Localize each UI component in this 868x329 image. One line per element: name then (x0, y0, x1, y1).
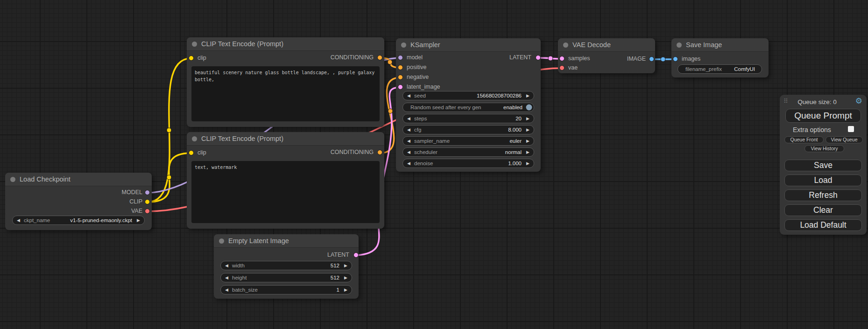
node-title-bar[interactable]: CLIP Text Encode (Prompt) (187, 37, 384, 51)
node-graph-canvas[interactable]: Load Checkpoint MODEL CLIP VAE ◀ ckpt_na… (0, 0, 868, 329)
latent-output-dot[interactable] (353, 252, 359, 258)
save-button[interactable]: Save (784, 160, 862, 171)
node-ksampler[interactable]: KSampler model positive negative latent_… (396, 38, 541, 172)
samples-input-dot[interactable] (559, 56, 565, 62)
load-button[interactable]: Load (784, 175, 862, 186)
node-title-bar[interactable]: KSampler (396, 38, 541, 52)
cfg-stepper[interactable]: ◀ cfg 8.000 ▶ (402, 125, 534, 134)
toggle-knob-icon[interactable] (526, 104, 532, 111)
increment-arrow-icon[interactable]: ▶ (526, 126, 529, 134)
increment-arrow-icon[interactable]: ▶ (526, 114, 529, 123)
denoise-stepper[interactable]: ◀ denoise 1.000 ▶ (402, 159, 534, 168)
load-default-button[interactable]: Load Default (784, 219, 862, 231)
next-value-arrow-icon[interactable]: ▶ (526, 137, 529, 145)
queue-size-label: Queue size: 0 (780, 98, 854, 105)
collapse-dot-icon[interactable] (563, 42, 568, 48)
decrement-arrow-icon[interactable]: ◀ (407, 126, 410, 134)
collapse-dot-icon[interactable] (10, 177, 15, 182)
link-dot[interactable] (548, 56, 553, 61)
conditioning-output-dot[interactable] (377, 55, 383, 61)
node-clip-text-encode-negative[interactable]: CLIP Text Encode (Prompt) clip CONDITION… (187, 132, 384, 229)
decrement-arrow-icon[interactable]: ◀ (407, 114, 410, 123)
input-slot-clip: clip (188, 150, 244, 156)
vae-output-dot[interactable] (144, 208, 150, 214)
collapse-dot-icon[interactable] (192, 42, 197, 47)
extra-options-checkbox[interactable] (848, 126, 854, 132)
increment-arrow-icon[interactable]: ▶ (344, 261, 347, 270)
decrement-arrow-icon[interactable]: ◀ (407, 159, 410, 168)
view-history-button[interactable]: View History (804, 145, 844, 152)
height-stepper[interactable]: ◀ height 512 ▶ (220, 273, 352, 282)
decrement-arrow-icon[interactable]: ◀ (225, 273, 228, 282)
prev-value-arrow-icon[interactable]: ◀ (17, 216, 20, 224)
increment-arrow-icon[interactable]: ▶ (526, 159, 529, 168)
queue-prompt-button[interactable]: Queue Prompt (785, 109, 861, 123)
link-dot[interactable] (167, 175, 171, 180)
collapse-dot-icon[interactable] (219, 238, 224, 244)
vae-input-dot[interactable] (559, 65, 565, 71)
width-stepper[interactable]: ◀ width 512 ▶ (220, 261, 352, 270)
link-dot[interactable] (388, 60, 392, 64)
random-seed-toggle[interactable]: Random seed after every gen enabled (402, 103, 534, 112)
latent-image-input-dot[interactable] (397, 84, 403, 90)
prev-value-arrow-icon[interactable]: ◀ (407, 137, 410, 145)
batch-size-stepper[interactable]: ◀ batch_size 1 ▶ (220, 285, 352, 294)
queue-front-button[interactable]: Queue Front (784, 136, 824, 143)
prompt-textarea[interactable]: beautiful scenery nature glass bottle la… (191, 66, 380, 121)
node-title-bar[interactable]: Save Image (671, 38, 769, 52)
node-vae-decode[interactable]: VAE Decode samples vae IMAGE (558, 38, 655, 73)
node-title-bar[interactable]: VAE Decode (558, 38, 655, 52)
node-load-checkpoint[interactable]: Load Checkpoint MODEL CLIP VAE ◀ ckpt_na… (5, 173, 152, 230)
latent-output-dot[interactable] (535, 55, 541, 61)
settings-gear-icon[interactable]: ⚙ (855, 97, 862, 105)
next-value-arrow-icon[interactable]: ▶ (137, 216, 140, 224)
conditioning-output-dot[interactable] (377, 149, 383, 155)
input-slot-model: model (397, 55, 458, 61)
node-title-bar[interactable]: CLIP Text Encode (Prompt) (187, 132, 384, 146)
node-title: Empty Latent Image (228, 237, 289, 245)
decrement-arrow-icon[interactable]: ◀ (407, 91, 410, 100)
next-value-arrow-icon[interactable]: ▶ (526, 148, 529, 156)
images-input-dot[interactable] (672, 56, 678, 62)
filename-prefix-field[interactable]: filename_prefix ComfyUI (677, 64, 762, 74)
prev-value-arrow-icon[interactable]: ◀ (407, 148, 410, 156)
output-slot-conditioning: CONDITIONING (308, 55, 383, 61)
link-dot[interactable] (167, 128, 171, 133)
link-dot[interactable] (388, 109, 393, 113)
clip-input-dot[interactable] (188, 55, 194, 61)
increment-arrow-icon[interactable]: ▶ (344, 273, 347, 282)
output-slot-latent: LATENT (303, 252, 359, 259)
steps-stepper[interactable]: ◀ steps 20 ▶ (402, 114, 534, 123)
ckpt-name-combo[interactable]: ◀ ckpt_name v1-5-pruned-emaonly.ckpt ▶ (12, 216, 145, 225)
node-title-bar[interactable]: Empty Latent Image (214, 234, 359, 248)
model-input-dot[interactable] (397, 55, 403, 61)
clear-button[interactable]: Clear (784, 204, 862, 216)
collapse-dot-icon[interactable] (677, 42, 682, 48)
view-queue-button[interactable]: View Queue (826, 136, 863, 143)
input-slot-images: images (672, 56, 724, 63)
positive-input-dot[interactable] (397, 64, 403, 70)
scheduler-combo[interactable]: ◀ scheduler normal ▶ (402, 147, 534, 157)
node-empty-latent-image[interactable]: Empty Latent Image LATENT ◀ width 512 ▶ … (214, 234, 359, 299)
model-output-dot[interactable] (144, 189, 150, 196)
image-output-dot[interactable] (649, 56, 655, 62)
refresh-button[interactable]: Refresh (784, 189, 862, 201)
decrement-arrow-icon[interactable]: ◀ (225, 261, 228, 270)
decrement-arrow-icon[interactable]: ◀ (225, 286, 228, 294)
collapse-dot-icon[interactable] (192, 136, 197, 141)
clip-output-dot[interactable] (144, 199, 150, 205)
clip-input-dot[interactable] (188, 150, 194, 156)
node-clip-text-encode-positive[interactable]: CLIP Text Encode (Prompt) clip CONDITION… (187, 37, 384, 127)
negative-input-dot[interactable] (397, 74, 403, 80)
collapse-dot-icon[interactable] (401, 42, 406, 48)
seed-stepper[interactable]: ◀ seed 156680208700286 ▶ (402, 91, 534, 100)
increment-arrow-icon[interactable]: ▶ (344, 286, 347, 294)
node-save-image[interactable]: Save Image images filename_prefix ComfyU… (671, 38, 769, 77)
sampler-name-combo[interactable]: ◀ sampler_name euler ▶ (402, 136, 534, 146)
node-title: CLIP Text Encode (Prompt) (201, 40, 283, 48)
node-title-bar[interactable]: Load Checkpoint (5, 173, 152, 186)
prompt-textarea[interactable]: text, watermark (191, 161, 380, 223)
node-title: KSampler (410, 41, 440, 49)
link-dot[interactable] (661, 57, 665, 62)
increment-arrow-icon[interactable]: ▶ (526, 91, 529, 100)
